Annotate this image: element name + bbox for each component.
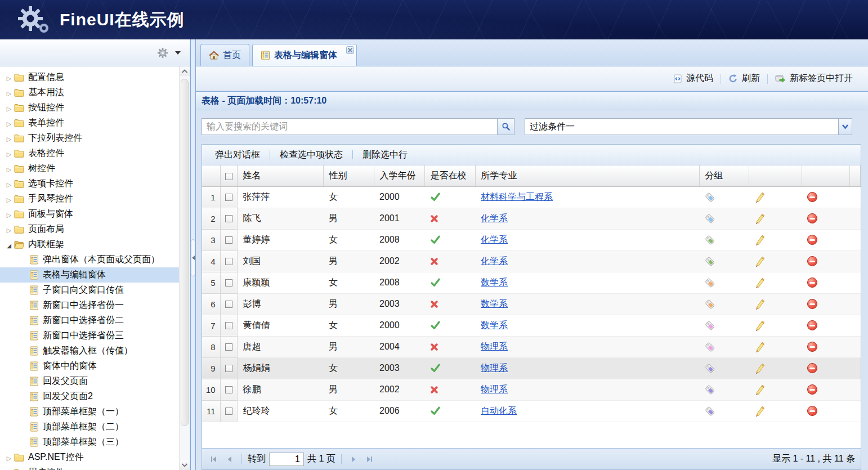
sidebar-folder[interactable]: 面板与窗体 — [0, 207, 190, 222]
filter-dropdown[interactable]: 过滤条件一 — [525, 118, 852, 135]
open-new-tab-button[interactable]: 新标签页中打开 — [768, 71, 860, 87]
major-link[interactable]: 物理系 — [481, 384, 508, 394]
sidebar-item[interactable]: 新窗口中选择省份一 — [0, 298, 190, 313]
sidebar-folder[interactable]: 下拉列表控件 — [0, 131, 190, 146]
sidebar-folder[interactable]: 手风琴控件 — [0, 191, 190, 207]
major-link[interactable]: 化学系 — [481, 256, 508, 266]
sidebar-item[interactable]: 触发器输入框（传值） — [0, 343, 190, 359]
major-link[interactable]: 化学系 — [481, 235, 508, 244]
last-page-icon[interactable] — [363, 453, 375, 465]
tag-icon[interactable] — [705, 277, 715, 288]
header-year[interactable]: 入学年份 — [374, 165, 424, 186]
expand-arrow-icon[interactable] — [4, 149, 14, 158]
row-checkbox[interactable] — [225, 408, 232, 415]
check-selected-button[interactable]: 检查选中项状态 — [270, 149, 352, 161]
sidebar-folder[interactable]: 页面布局 — [0, 222, 190, 237]
expand-arrow-icon[interactable] — [4, 240, 14, 249]
delete-icon[interactable] — [807, 256, 817, 266]
edit-pencil-icon[interactable] — [754, 363, 765, 374]
row-checkbox[interactable] — [225, 322, 232, 329]
edit-pencil-icon[interactable] — [754, 384, 765, 395]
tab-home[interactable]: 首页 — [200, 44, 249, 66]
tab-close-icon[interactable] — [346, 46, 354, 54]
delete-icon[interactable] — [807, 384, 817, 395]
refresh-button[interactable]: 刷新 — [721, 71, 767, 87]
chevron-down-icon[interactable] — [175, 51, 181, 55]
sidebar-item[interactable]: 回发父页面2 — [0, 389, 190, 404]
settings-gear-icon[interactable] — [157, 47, 168, 59]
header-major[interactable]: 所学专业 — [475, 165, 699, 186]
edit-pencil-icon[interactable] — [754, 213, 765, 224]
major-link[interactable]: 数学系 — [481, 299, 508, 308]
dropdown-trigger[interactable] — [838, 119, 852, 135]
row-checkbox[interactable] — [225, 194, 232, 201]
delete-icon[interactable] — [807, 342, 817, 352]
sidebar-item[interactable]: 新窗口中选择省份三 — [0, 328, 190, 343]
tag-icon[interactable] — [705, 363, 715, 374]
tag-icon[interactable] — [705, 256, 715, 267]
sidebar-item[interactable]: 窗体中的窗体 — [0, 359, 190, 374]
tag-icon[interactable] — [705, 299, 715, 310]
row-checkbox[interactable] — [225, 301, 232, 308]
sidebar-folder[interactable]: 用户控件 — [0, 465, 190, 470]
expand-arrow-icon[interactable] — [4, 133, 14, 143]
search-input[interactable] — [202, 119, 497, 135]
delete-icon[interactable] — [807, 299, 817, 309]
delete-icon[interactable] — [807, 235, 817, 245]
sidebar-splitter[interactable] — [190, 39, 196, 470]
sidebar-folder[interactable]: 表单控件 — [0, 115, 190, 131]
tag-icon[interactable] — [705, 342, 715, 352]
expand-arrow-icon[interactable] — [4, 164, 14, 173]
delete-icon[interactable] — [807, 192, 817, 202]
next-page-icon[interactable] — [347, 453, 360, 465]
sidebar-item[interactable]: 新窗口中选择省份二 — [0, 313, 190, 328]
sidebar-folder[interactable]: 树控件 — [0, 161, 190, 176]
first-page-icon[interactable] — [208, 453, 220, 465]
source-code-button[interactable]: 源代码 — [666, 71, 721, 87]
delete-icon[interactable] — [807, 363, 817, 373]
row-checkbox[interactable] — [225, 258, 232, 265]
popup-dialog-button[interactable]: 弹出对话框 — [205, 149, 270, 161]
header-gender[interactable]: 性别 — [323, 165, 374, 186]
delete-icon[interactable] — [807, 406, 817, 416]
tag-icon[interactable] — [705, 192, 715, 203]
splitter-collapse-handle[interactable] — [191, 239, 195, 276]
major-link[interactable]: 材料科学与工程系 — [481, 192, 553, 202]
sidebar-item[interactable]: 顶部菜单框架（三） — [0, 435, 190, 450]
edit-pencil-icon[interactable] — [754, 277, 765, 288]
tag-icon[interactable] — [705, 320, 715, 331]
sidebar-folder[interactable]: 选项卡控件 — [0, 176, 190, 191]
sidebar-item[interactable]: 弹出窗体（本页面或父页面） — [0, 252, 190, 267]
major-link[interactable]: 物理系 — [481, 363, 508, 373]
header-group[interactable]: 分组 — [699, 165, 749, 186]
delete-selected-button[interactable]: 删除选中行 — [353, 149, 417, 161]
expand-arrow-icon[interactable] — [4, 118, 14, 128]
expand-arrow-icon[interactable] — [4, 209, 14, 219]
delete-icon[interactable] — [807, 213, 817, 223]
expand-arrow-icon[interactable] — [4, 73, 14, 82]
sidebar-folder[interactable]: 配置信息 — [0, 70, 190, 85]
tag-icon[interactable] — [705, 406, 715, 417]
tag-icon[interactable] — [705, 384, 715, 395]
major-link[interactable]: 自动化系 — [481, 406, 517, 415]
select-all-checkbox[interactable] — [225, 173, 232, 180]
row-checkbox[interactable] — [225, 215, 232, 222]
scroll-up-icon[interactable] — [180, 66, 190, 76]
scrollbar-thumb[interactable] — [181, 79, 189, 426]
prev-page-icon[interactable] — [223, 453, 236, 465]
major-link[interactable]: 数学系 — [481, 277, 508, 287]
expand-arrow-icon[interactable] — [4, 468, 14, 470]
tag-icon[interactable] — [705, 213, 715, 224]
edit-pencil-icon[interactable] — [754, 406, 765, 417]
sidebar-item[interactable]: 顶部菜单框架（二） — [0, 419, 190, 435]
sidebar-item[interactable]: 回发父页面 — [0, 374, 190, 389]
expand-arrow-icon[interactable] — [4, 103, 14, 113]
scroll-down-icon[interactable] — [180, 460, 190, 470]
row-checkbox[interactable] — [225, 365, 232, 372]
row-checkbox[interactable] — [225, 236, 232, 244]
sidebar-folder[interactable]: 表格控件 — [0, 146, 190, 161]
edit-pencil-icon[interactable] — [754, 342, 765, 352]
edit-pencil-icon[interactable] — [754, 320, 765, 331]
sidebar-folder[interactable]: 按钮控件 — [0, 100, 190, 115]
expand-arrow-icon[interactable] — [4, 88, 14, 97]
